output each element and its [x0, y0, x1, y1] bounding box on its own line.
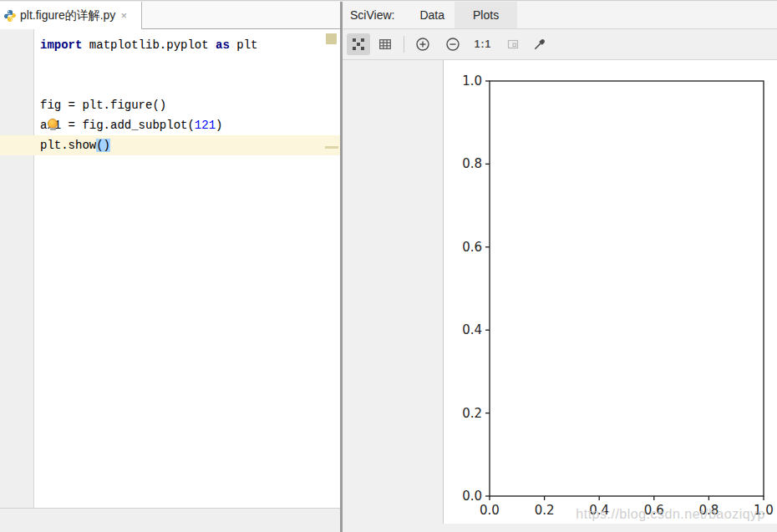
code-token: plt.show: [40, 139, 96, 152]
zoom-in-button[interactable]: [411, 33, 434, 55]
toolbar-separator: [404, 36, 404, 53]
python-file-icon: [3, 9, 17, 23]
tab-plots[interactable]: Plots: [455, 2, 517, 28]
watermark-text: https://blog.csdn.net/baoziqyp: [576, 507, 765, 522]
code-lines: import matplotlib.pyplot as pltfig = plt…: [0, 35, 340, 155]
eyedropper-icon: [533, 38, 546, 51]
code-line[interactable]: [0, 75, 340, 95]
code-token: 121: [195, 119, 216, 132]
tick-label: 0.0: [480, 503, 500, 518]
close-tab-icon[interactable]: ×: [120, 10, 127, 21]
tab-data[interactable]: Data: [409, 2, 455, 28]
axes-line: [490, 81, 764, 496]
file-tab-title: plt.figure的详解.py: [20, 8, 115, 23]
tick-label: 0.6: [462, 240, 482, 255]
intention-bulb-icon[interactable]: [48, 119, 59, 130]
sciview-tab-bar: SciView: Data Plots: [343, 2, 777, 29]
editor-bottom-strip: [0, 508, 340, 532]
tick-label: 0.4: [462, 322, 482, 337]
code-line[interactable]: plt.show(): [0, 135, 340, 155]
code-token: ): [216, 119, 222, 132]
error-stripe-mark: [325, 146, 338, 149]
actual-size-button[interactable]: 1:1: [471, 33, 495, 55]
actual-size-label: 1:1: [475, 38, 491, 50]
sciview-title: SciView:: [350, 8, 394, 22]
fit-to-view-icon: [352, 38, 365, 51]
code-line[interactable]: [0, 55, 340, 75]
grid-icon: [378, 38, 392, 51]
fit-to-view-button[interactable]: [347, 33, 370, 55]
editor-tab-bar: plt.figure的详解.py ×: [0, 2, 340, 29]
zoom-out-button[interactable]: [441, 33, 465, 55]
code-line[interactable]: fig = plt.figure(): [0, 95, 340, 115]
fit-selection-button: [501, 33, 525, 55]
file-tab[interactable]: plt.figure的详解.py ×: [0, 2, 142, 29]
sciview-pane: SciView: Data Plots: [343, 2, 777, 532]
plot-axes: 0.00.20.40.60.81.00.00.20.40.60.81.0: [444, 60, 777, 524]
code-token: plt: [230, 38, 258, 52]
tick-label: 1.0: [462, 73, 482, 89]
tick-label: 0.2: [462, 406, 482, 421]
zoom-in-icon: [415, 37, 430, 52]
fit-selection-icon: [506, 38, 520, 51]
tick-label: 0.0: [462, 489, 482, 504]
tick-label: 0.8: [462, 156, 482, 171]
code-token: (): [96, 139, 110, 152]
grid-view-button[interactable]: [373, 33, 397, 55]
editor-pane: plt.figure的详解.py × import matplotlib.pyp…: [0, 2, 340, 532]
code-token: fig = plt.figure(): [40, 99, 166, 112]
plots-panel: 0.00.20.40.60.81.00.00.20.40.60.81.0 htt…: [343, 60, 777, 532]
code-token: ax1 = fig.add_subplot(: [40, 119, 195, 132]
code-token: import: [40, 38, 82, 52]
inspections-indicator[interactable]: [326, 33, 337, 44]
code-line[interactable]: ax1 = fig.add_subplot(121): [0, 115, 340, 135]
zoom-out-icon: [445, 37, 460, 52]
code-token: matplotlib.pyplot: [82, 38, 216, 52]
code-token: as: [216, 38, 230, 52]
pycharm-window: plt.figure的详解.py × import matplotlib.pyp…: [0, 0, 777, 532]
plots-toolbar: 1:1: [343, 29, 777, 60]
code-editor[interactable]: import matplotlib.pyplot as pltfig = plt…: [0, 29, 340, 508]
color-picker-button[interactable]: [528, 33, 551, 55]
matplotlib-figure: 0.00.20.40.60.81.00.00.20.40.60.81.0 htt…: [443, 60, 777, 524]
tick-label: 0.2: [535, 503, 555, 518]
code-line[interactable]: import matplotlib.pyplot as plt: [0, 35, 340, 55]
